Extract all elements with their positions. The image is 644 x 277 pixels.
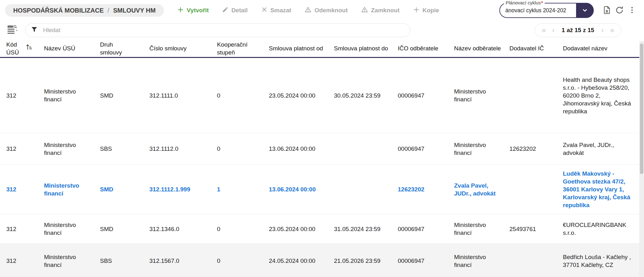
cell-nazev-odberatele: Ministerstvo financí — [454, 82, 509, 108]
search-input[interactable] — [43, 27, 405, 34]
last-page-button[interactable]: » — [609, 26, 615, 34]
column-header-nazev-usu[interactable]: Název ÚSÚ — [44, 44, 100, 52]
cell-ico-odberatele: 00006947 — [398, 140, 454, 158]
cell-nazev-usu: Ministerstvo financí — [44, 177, 100, 202]
cell-dodavatel-nazev: Health and Beauty shops s.r.o. - Hybešov… — [563, 71, 635, 120]
breadcrumb[interactable]: HOSPODÁŘSKÁ MOBILIZACE / SMLOUVY HM — [5, 4, 164, 17]
column-header-smlouva-platnost-od[interactable]: Smlouva platnost od — [269, 44, 334, 52]
cell-dodavatel-nazev: Luděk Makovský - Goethova stezka 47/2, 3… — [563, 165, 635, 214]
cell-dodavatel-ic — [509, 90, 563, 100]
table-body: 312Ministerstvo financíSMD312.1111.0023.… — [0, 58, 644, 277]
cell-smlouva-platnost-do: 30.05.2024 23:59 — [334, 87, 398, 105]
cell-kooperacni-stupen: 1 — [217, 180, 269, 198]
export-excel-button[interactable] — [601, 4, 613, 17]
cell-nazev-odberatele: Ministerstvo financí — [454, 216, 509, 242]
cell-druh-smlouvy: SBS — [100, 252, 149, 270]
first-page-button[interactable]: « — [541, 26, 547, 34]
copy-button[interactable]: Kopie — [413, 6, 439, 15]
cell-cislo-smlouvy: 312.1112.1.999 — [149, 180, 217, 198]
cell-ico-odberatele: 00006947 — [398, 220, 454, 238]
table-header: Kód ÚSÚ Název ÚSÚ Druh smlouvy Číslo sml… — [0, 40, 644, 58]
kebab-menu-button[interactable] — [626, 4, 638, 17]
cell-smlouva-platnost-od: 23.05.2024 00:00 — [269, 87, 334, 105]
kebab-menu-icon — [628, 6, 636, 15]
cell-kooperacni-stupen: 0 — [217, 252, 269, 270]
column-header-ico-odberatele[interactable]: IČO odběratele — [398, 44, 454, 52]
cell-kooperacni-stupen: 0 — [217, 220, 269, 238]
cell-druh-smlouvy: SMD — [100, 220, 149, 238]
cell-nazev-usu: Ministerstvo financí — [44, 216, 100, 242]
breadcrumb-parent[interactable]: HOSPODÁŘSKÁ MOBILIZACE — [13, 7, 104, 14]
table-row[interactable]: 312Ministerstvo financíSMD312.1346.0023.… — [0, 214, 644, 244]
cell-smlouva-platnost-do — [334, 184, 398, 195]
cell-dodavatel-nazev: Bedřich Louša - Kačlehy , 37701 Kačlehy,… — [563, 248, 635, 274]
required-asterisk: * — [541, 0, 543, 5]
cell-ico-odberatele: 00006947 — [398, 252, 454, 270]
cell-cislo-smlouvy: 312.1567.0 — [149, 252, 217, 270]
refresh-button[interactable] — [613, 4, 626, 17]
table-row[interactable]: 312Ministerstvo financíSBS312.1112.0013.… — [0, 133, 644, 165]
prev-page-button[interactable]: ‹ — [552, 26, 555, 34]
cell-smlouva-platnost-od: 24.05.2024 00:00 — [269, 252, 334, 270]
cell-cislo-smlouvy: 312.1346.0 — [149, 220, 217, 238]
saved-views-button[interactable] — [6, 24, 21, 37]
next-page-button[interactable]: › — [601, 26, 604, 34]
cell-nazev-odberatele: Ministerstvo financí — [454, 248, 509, 274]
file-excel-icon — [602, 5, 612, 16]
cell-smlouva-platnost-od: 23.05.2024 00:00 — [269, 220, 334, 238]
cell-dodavatel-nazev: Zvala Pavel, JUDr., advokát — [563, 136, 635, 162]
plus-icon — [177, 6, 184, 15]
column-header-nazev-odberatele[interactable]: Název odběratele — [454, 44, 509, 52]
cell-dodavatel-ic: 12623202 — [509, 140, 563, 158]
column-header-dodavatel-nazev[interactable]: Dodavatel název — [563, 44, 635, 52]
cell-smlouva-platnost-do: 21.05.2026 23:59 — [334, 252, 398, 270]
smlouvy-hm-page: HOSPODÁŘSKÁ MOBILIZACE / SMLOUVY HM Vytv… — [0, 0, 644, 277]
cell-druh-smlouvy: SBS — [100, 140, 149, 158]
breadcrumb-current: SMLOUVY HM — [113, 7, 156, 14]
cell-kod-usu: 312 — [6, 87, 44, 105]
column-header-cislo-smlouvy[interactable]: Číslo smlouvy — [149, 44, 217, 52]
cell-ico-odberatele: 00006947 — [398, 87, 454, 105]
column-header-kooperacni-stupen[interactable]: Kooperační stupeň — [217, 41, 269, 56]
cell-kod-usu: 312 — [6, 140, 44, 158]
detail-button[interactable]: Detail — [222, 6, 248, 14]
warning-triangle-icon — [361, 6, 368, 15]
delete-button[interactable]: Smazat — [261, 6, 291, 14]
vertical-scrollbar[interactable] — [639, 41, 644, 277]
create-button[interactable]: Vytvořit — [177, 6, 209, 15]
cell-nazev-odberatele: Ministerstvo financí — [454, 136, 509, 162]
lock-button[interactable]: Zamknout — [361, 6, 400, 15]
filter-bar: « ‹ 1 až 15 z 15 › » — [0, 21, 644, 40]
cell-cislo-smlouvy: 312.1111.0 — [149, 87, 217, 105]
cell-kod-usu: 312 — [6, 180, 44, 198]
pencil-icon — [222, 6, 229, 14]
cell-druh-smlouvy: SMD — [100, 87, 149, 105]
cell-druh-smlouvy: SMD — [100, 180, 149, 198]
cell-nazev-usu: Ministerstvo financí — [44, 248, 100, 274]
search-box[interactable] — [25, 23, 410, 37]
cell-kod-usu: 312 — [6, 220, 44, 238]
column-header-kod-usu[interactable]: Kód ÚSÚ — [6, 41, 44, 56]
table-row[interactable]: 312Ministerstvo financíSMD312.1111.0023.… — [0, 58, 644, 133]
cell-kooperacni-stupen: 0 — [217, 140, 269, 158]
scrollbar-thumb[interactable] — [640, 43, 643, 174]
cell-kooperacni-stupen: 0 — [217, 87, 269, 105]
cell-nazev-usu: Ministerstvo financí — [44, 136, 100, 162]
cell-smlouva-platnost-do: 31.05.2024 23:59 — [334, 220, 398, 238]
filter-funnel-icon — [31, 26, 38, 35]
sort-ascending-icon[interactable] — [25, 43, 33, 53]
table-row[interactable]: 312Ministerstvo financíSBS312.1567.0024.… — [0, 244, 644, 277]
chevron-down-icon[interactable] — [576, 3, 594, 18]
column-header-dodavatel-ic[interactable]: Dodavatel IČ — [509, 44, 563, 52]
cell-smlouva-platnost-do — [334, 144, 398, 154]
cell-cislo-smlouvy: 312.1112.0 — [149, 140, 217, 158]
column-header-druh-smlouvy[interactable]: Druh smlouvy — [100, 41, 149, 56]
column-header-smlouva-platnost-do[interactable]: Smlouva platnost do — [334, 44, 398, 52]
unlock-button[interactable]: Odemknout — [304, 6, 348, 15]
table-row-selected[interactable]: 312Ministerstvo financíSMD312.1112.1.999… — [0, 165, 644, 214]
pagination-range: 1 až 15 z 15 — [560, 27, 596, 34]
breadcrumb-separator: / — [108, 7, 109, 14]
cell-nazev-usu: Ministerstvo financí — [44, 82, 100, 108]
cell-dodavatel-ic — [509, 184, 563, 195]
planning-cycle-select[interactable]: Plánovací cyklus* ánovací cyklus 2024-20… — [499, 3, 594, 18]
